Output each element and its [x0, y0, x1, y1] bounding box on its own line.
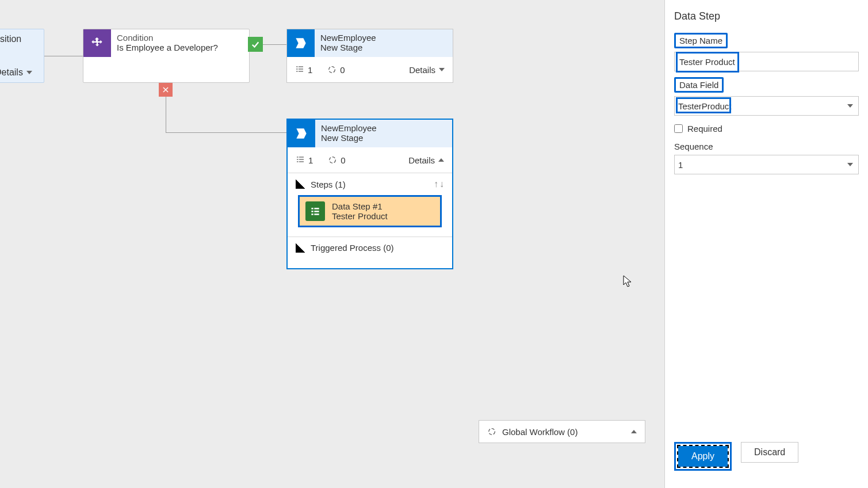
svg-rect-10: [299, 157, 304, 157]
step-name-input[interactable]: [674, 52, 859, 71]
global-workflow-bar[interactable]: Global Workflow (0): [479, 420, 645, 443]
stage-node-2-selected[interactable]: NewEmployee New Stage 1 0: [286, 119, 453, 269]
svg-rect-6: [296, 71, 298, 71]
chevron-down-icon: [439, 68, 445, 71]
data-field-select[interactable]: TesterProduct: [674, 96, 859, 116]
chevron-down-icon: [26, 71, 32, 74]
condition-icon: [83, 29, 111, 57]
arrow-down-icon[interactable]: ↓: [439, 179, 444, 189]
reorder-arrows[interactable]: ↑ ↓: [434, 179, 444, 189]
data-step-icon: [305, 201, 325, 221]
svg-rect-3: [299, 66, 303, 67]
data-step-title: Data Step #1: [332, 201, 388, 211]
chevron-up-icon[interactable]: [631, 430, 637, 433]
stage-icon: [288, 120, 315, 147]
required-label: Required: [687, 124, 722, 134]
details-toggle[interactable]: Details: [0, 67, 32, 78]
details-label: Details: [408, 155, 435, 165]
svg-rect-14: [299, 161, 304, 162]
connector-line: [166, 97, 166, 133]
svg-rect-16: [311, 208, 313, 209]
condition-node[interactable]: Condition Is Employee a Developer?: [83, 29, 250, 83]
step-name-label: Step Name: [674, 33, 728, 48]
svg-rect-21: [314, 214, 319, 215]
global-workflow-label: Global Workflow (0): [502, 427, 578, 437]
condition-type-label: Condition: [117, 33, 218, 43]
condition-true-badge: [248, 37, 263, 52]
svg-rect-11: [297, 159, 299, 159]
process-count: 0: [340, 65, 345, 75]
steps-count-icon: [296, 155, 305, 166]
stage-node-1[interactable]: NewEmployee New Stage 1 0: [286, 29, 453, 83]
svg-rect-12: [299, 159, 304, 159]
steps-count-icon: [295, 64, 304, 75]
stage-entity-label: NewEmployee: [320, 33, 376, 43]
connector-line: [166, 132, 286, 133]
svg-rect-17: [314, 208, 319, 209]
condition-false-badge: [159, 83, 173, 97]
svg-point-8: [329, 67, 335, 73]
data-step-subtitle: Tester Product: [332, 211, 388, 221]
sequence-select[interactable]: 1: [674, 155, 859, 174]
steps-count: 1: [308, 155, 313, 165]
workflow-icon: [487, 427, 496, 436]
details-toggle[interactable]: Details: [409, 65, 445, 75]
svg-rect-2: [296, 66, 298, 67]
required-checkbox[interactable]: [674, 124, 683, 133]
apply-button[interactable]: Apply: [678, 446, 728, 467]
svg-rect-7: [299, 71, 303, 71]
svg-rect-18: [311, 211, 313, 212]
expand-wedge-icon[interactable]: [296, 243, 305, 253]
stage-name-label: New Stage: [321, 133, 377, 143]
process-count-icon: [327, 65, 337, 74]
stage-node-partial[interactable]: osition Details: [0, 29, 44, 83]
process-count: 0: [341, 155, 345, 165]
condition-text: Is Employee a Developer?: [117, 43, 218, 52]
panel-title: Data Step: [674, 10, 859, 22]
discard-button[interactable]: Discard: [741, 442, 798, 463]
svg-rect-13: [297, 161, 299, 162]
svg-rect-4: [296, 68, 298, 69]
details-toggle[interactable]: Details: [408, 155, 444, 165]
steps-header-label: Steps (1): [311, 180, 346, 189]
svg-rect-19: [314, 211, 319, 212]
stage-name-label: New Stage: [320, 43, 376, 52]
details-label: Details: [409, 65, 435, 75]
process-canvas[interactable]: osition Details Condition Is Employee a …: [0, 0, 664, 488]
process-count-icon: [328, 155, 337, 165]
svg-rect-20: [311, 214, 313, 215]
data-field-label: Data Field: [674, 77, 724, 93]
apply-highlight: Apply: [674, 442, 732, 471]
expand-wedge-icon[interactable]: [296, 180, 305, 189]
triggered-process-label: Triggered Process (0): [311, 243, 394, 253]
svg-rect-9: [297, 157, 299, 157]
properties-panel: Data Step Step Name Data Field TesterPro…: [664, 0, 868, 488]
cursor-icon: [623, 275, 632, 288]
svg-rect-5: [299, 68, 303, 69]
stage-entity-label: NewEmployee: [321, 123, 377, 133]
data-step-card-selected[interactable]: Data Step #1 Tester Product: [298, 195, 442, 227]
connector-line: [44, 56, 83, 56]
chevron-up-icon: [438, 158, 444, 162]
details-label: Details: [0, 67, 23, 78]
stage-partial-title: osition: [0, 34, 44, 44]
steps-count: 1: [308, 65, 312, 75]
stage-icon: [287, 29, 315, 57]
svg-point-15: [330, 157, 336, 163]
svg-point-22: [489, 429, 495, 435]
arrow-up-icon[interactable]: ↑: [434, 179, 438, 189]
sequence-label: Sequence: [674, 142, 859, 151]
connector-line: [263, 44, 286, 45]
